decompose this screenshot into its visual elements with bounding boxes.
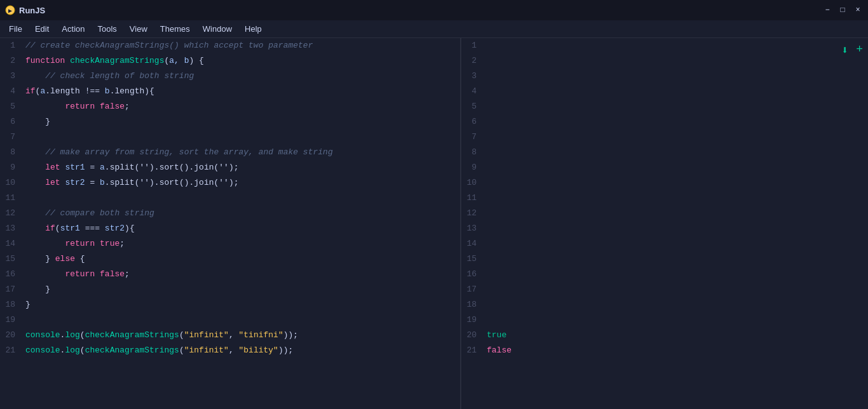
menu-item-view[interactable]: View [123, 22, 154, 36]
code-line: 12 // compare both string [0, 208, 460, 224]
add-icon[interactable]: + [856, 43, 863, 57]
code-line: 19 [0, 315, 460, 330]
line-content: } [25, 117, 460, 126]
menu-item-help[interactable]: Help [238, 22, 268, 36]
output-line: 14 [461, 239, 868, 254]
menu-item-themes[interactable]: Themes [154, 22, 196, 36]
window-controls: − □ × [822, 5, 863, 15]
line-content: return false; [25, 269, 460, 279]
line-number: 16 [0, 269, 25, 279]
output-line-number: 3 [461, 71, 487, 81]
output-line-number: 5 [461, 102, 487, 111]
output-line-number: 16 [461, 269, 487, 279]
line-number: 19 [0, 315, 25, 325]
output-line: 6 [461, 117, 868, 132]
line-content: } [25, 300, 460, 309]
output-line: 13 [461, 224, 868, 239]
line-content: return true; [25, 239, 460, 248]
line-number: 13 [0, 224, 25, 233]
output-line-content: true [487, 330, 868, 340]
output-line-number: 2 [461, 56, 487, 65]
line-content: // check length of both string [25, 71, 460, 81]
app-title: RunJS [19, 6, 45, 15]
line-content: } [25, 285, 460, 294]
code-line: 1// create checkAnagramStrings() which a… [0, 41, 460, 56]
line-content: // create checkAnagramStrings() which ac… [25, 41, 460, 50]
output-line: 21false [461, 345, 868, 361]
line-number: 15 [0, 254, 25, 264]
line-content: let str2 = b.split('').sort().join(''); [25, 178, 460, 187]
code-line: 15 } else { [0, 254, 460, 269]
menu-item-file[interactable]: File [3, 22, 29, 36]
menu-item-action[interactable]: Action [55, 22, 91, 36]
code-line: 2function checkAnagramStrings(a, b) { [0, 56, 460, 71]
line-number: 4 [0, 86, 25, 96]
output-line-number: 13 [461, 224, 487, 233]
close-button[interactable]: × [853, 5, 863, 15]
code-line: 6 } [0, 117, 460, 132]
code-line: 21console.log(checkAnagramStrings("infin… [0, 345, 460, 361]
output-line: 4 [461, 86, 868, 102]
output-line-number: 12 [461, 208, 487, 218]
line-content: return false; [25, 102, 460, 111]
menu-item-tools[interactable]: Tools [92, 22, 123, 36]
line-content: let str1 = a.split('').sort().join(''); [25, 163, 460, 172]
line-content: console.log(checkAnagramStrings("infinit… [25, 345, 460, 355]
line-number: 21 [0, 345, 25, 355]
code-line: 9 let str1 = a.split('').sort().join('')… [0, 163, 460, 178]
output-line-number: 8 [461, 147, 487, 157]
code-line: 16 return false; [0, 269, 460, 285]
output-line: 18 [461, 300, 868, 315]
menu-item-edit[interactable]: Edit [29, 22, 55, 36]
output-toolbar: ⬇ + [841, 43, 863, 57]
line-number: 6 [0, 117, 25, 126]
code-line: 13 if(str1 === str2){ [0, 224, 460, 239]
output-line-number: 6 [461, 117, 487, 126]
code-line: 17 } [0, 285, 460, 300]
line-number: 18 [0, 300, 25, 309]
code-line: 7 [0, 132, 460, 147]
code-line: 8 // make array from string, sort the ar… [0, 147, 460, 163]
output-line: 8 [461, 147, 868, 163]
line-number: 8 [0, 147, 25, 157]
menubar: FileEditActionToolsViewThemesWindowHelp [0, 20, 868, 38]
line-content: if(str1 === str2){ [25, 224, 460, 233]
output-line-number: 15 [461, 254, 487, 264]
line-number: 9 [0, 163, 25, 172]
editor-panel[interactable]: 1// create checkAnagramStrings() which a… [0, 38, 461, 409]
app-logo: ▶ [5, 5, 15, 15]
code-line: 5 return false; [0, 102, 460, 117]
output-line-content: false [487, 345, 868, 355]
output-line: 11 [461, 193, 868, 208]
output-line-number: 10 [461, 178, 487, 187]
output-line: 19 [461, 315, 868, 330]
line-number: 20 [0, 330, 25, 340]
output-line-number: 1 [461, 41, 487, 50]
output-line-number: 20 [461, 330, 487, 340]
line-number: 7 [0, 132, 25, 142]
output-line: 12 [461, 208, 868, 224]
line-number: 17 [0, 285, 25, 294]
svg-text:▶: ▶ [8, 8, 12, 15]
maximize-button[interactable]: □ [837, 5, 848, 15]
output-line-number: 19 [461, 315, 487, 325]
output-panel: ⬇ + 1234567891011121314151617181920true2… [461, 38, 868, 409]
download-icon[interactable]: ⬇ [841, 43, 848, 57]
code-line: 4if(a.length !== b.length){ [0, 86, 460, 102]
output-line-number: 21 [461, 345, 487, 355]
line-content: // compare both string [25, 208, 460, 218]
output-line-number: 4 [461, 86, 487, 96]
output-line-number: 18 [461, 300, 487, 309]
output-line: 9 [461, 163, 868, 178]
output-line-number: 14 [461, 239, 487, 248]
main-content: 1// create checkAnagramStrings() which a… [0, 38, 868, 409]
code-line: 3 // check length of both string [0, 71, 460, 86]
line-content: console.log(checkAnagramStrings("infinit… [25, 330, 460, 340]
menu-item-window[interactable]: Window [196, 22, 238, 36]
line-number: 11 [0, 193, 25, 203]
line-content: if(a.length !== b.length){ [25, 86, 460, 96]
output-line: 16 [461, 269, 868, 285]
output-line: 20true [461, 330, 868, 345]
minimize-button[interactable]: − [822, 5, 832, 15]
output-line-number: 11 [461, 193, 487, 203]
